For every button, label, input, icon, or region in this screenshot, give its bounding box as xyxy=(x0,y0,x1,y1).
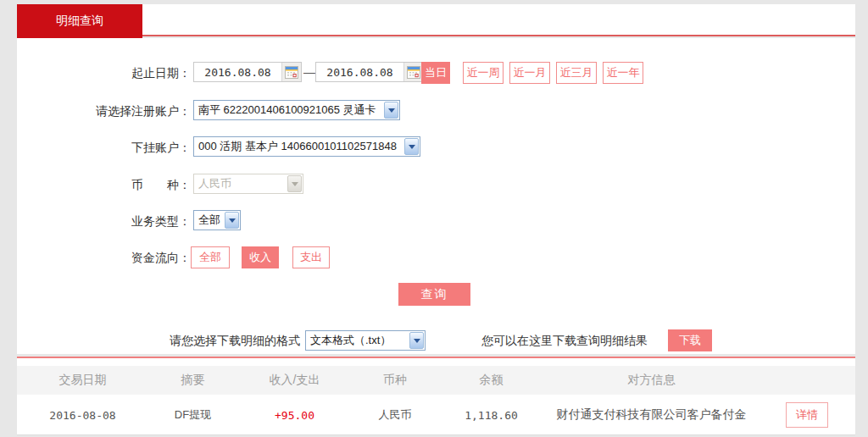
registered-account-select[interactable]: 南平 6222001406100921065 灵通卡 xyxy=(193,100,400,120)
download-format-value: 文本格式（.txt） xyxy=(310,333,391,348)
transaction-amount: +95.00 xyxy=(237,409,352,422)
start-date-value: 2016.08.08 xyxy=(194,66,281,79)
currency-label: 币 种： xyxy=(17,174,191,195)
start-date-input[interactable]: 2016.08.08 xyxy=(193,62,302,82)
tab-bar xyxy=(17,4,855,36)
linked-account-value: 000 活期 基本户 1406600101102571848 xyxy=(198,139,397,154)
quick-range-last-year-button[interactable]: 近一年 xyxy=(603,62,643,84)
currency-value: 人民币 xyxy=(198,176,231,191)
registered-account-value: 南平 6222001406100921065 灵通卡 xyxy=(198,102,376,118)
transaction-date: 2016-08-08 xyxy=(17,409,148,422)
fund-flow-label: 资金流向： xyxy=(17,247,191,268)
chevron-down-icon xyxy=(287,175,302,192)
column-header-counterparty: 对方信息 xyxy=(544,373,759,388)
table-header-row: 交易日期 摘要 收入/支出 币种 余额 对方信息 xyxy=(17,366,855,395)
currency-select: 人民币 xyxy=(193,174,303,194)
chevron-down-icon xyxy=(409,332,424,349)
chevron-down-icon xyxy=(225,212,239,229)
linked-account-label: 下挂账户： xyxy=(17,137,191,158)
chevron-down-icon xyxy=(384,102,398,119)
quick-range-3-months-button[interactable]: 近三月 xyxy=(556,62,597,84)
column-header-summary: 摘要 xyxy=(148,373,237,388)
transaction-balance: 1,118.60 xyxy=(438,409,544,422)
fund-flow-all-button[interactable]: 全部 xyxy=(191,246,230,268)
transaction-summary: DF提现 xyxy=(148,407,237,423)
column-header-amount: 收入/支出 xyxy=(237,373,352,388)
transaction-currency: 人民币 xyxy=(352,407,438,423)
download-button[interactable]: 下载 xyxy=(668,329,712,351)
table-row: 2016-08-08 DF提现 +95.00 人民币 1,118.60 财付通支… xyxy=(17,396,855,435)
chevron-down-icon xyxy=(404,138,419,155)
detail-button[interactable]: 详情 xyxy=(786,402,828,428)
business-type-value: 全部 xyxy=(198,213,220,228)
date-range-label: 起止日期： xyxy=(17,63,191,83)
linked-account-select[interactable]: 000 活期 基本户 1406600101102571848 xyxy=(193,136,420,157)
detail-query-page: 明细查询 起止日期： 2016.08.08 — 2016.08 xyxy=(0,0,868,437)
quick-range-last-week-button[interactable]: 近一周 xyxy=(463,62,504,84)
quick-range-today-button[interactable]: 当日 xyxy=(421,62,450,84)
end-date-value: 2016.08.08 xyxy=(316,66,403,79)
query-button[interactable]: 查询 xyxy=(398,283,470,306)
date-separator: — xyxy=(303,62,315,82)
fund-flow-expense-button[interactable]: 支出 xyxy=(292,246,330,268)
end-date-input[interactable]: 2016.08.08 xyxy=(315,62,424,82)
registered-account-label: 请选择注册账户： xyxy=(17,101,191,121)
calendar-icon[interactable] xyxy=(403,63,423,81)
download-format-label: 请您选择下载明细的格式 xyxy=(170,330,300,351)
column-header-balance: 余额 xyxy=(438,373,544,388)
tab-detail-query[interactable]: 明细查询 xyxy=(17,4,142,38)
quick-range-last-month-button[interactable]: 近一月 xyxy=(509,62,550,84)
column-header-currency: 币种 xyxy=(352,373,438,388)
calendar-icon[interactable] xyxy=(281,63,301,81)
query-form-panel: 起止日期： 2016.08.08 — 2016.08.08 xyxy=(17,38,855,354)
download-hint: 您可以在这里下载查询明细结果 xyxy=(481,330,648,351)
business-type-label: 业务类型： xyxy=(17,211,191,231)
business-type-select[interactable]: 全部 xyxy=(193,210,241,230)
column-header-date: 交易日期 xyxy=(17,373,148,388)
download-format-select[interactable]: 文本格式（.txt） xyxy=(305,330,426,351)
transaction-counterparty: 财付通支付科技有限公司客户备付金 xyxy=(544,407,759,423)
fund-flow-income-button[interactable]: 收入 xyxy=(242,246,279,268)
